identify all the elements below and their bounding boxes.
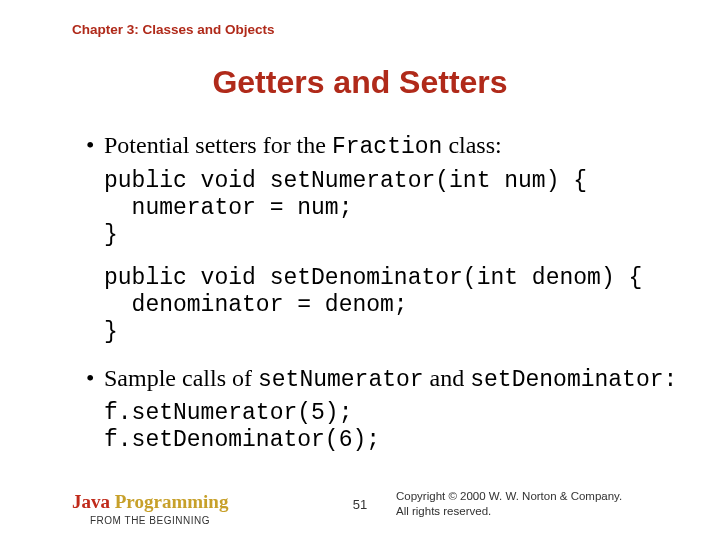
bullet-text-colon: : — [664, 367, 678, 393]
brand-java: Java — [72, 491, 110, 512]
copyright-line-1: Copyright © 2000 W. W. Norton & Company. — [396, 490, 622, 502]
inline-code-setnumerator: setNumerator — [258, 367, 424, 393]
bullet-text-pre: Potential setters for the — [104, 132, 332, 158]
slide-title: Getters and Setters — [0, 64, 720, 101]
bullet-text-mid: and — [424, 365, 471, 391]
slide-body: Potential setters for the Fraction class… — [86, 130, 680, 471]
bullet-text-pre: Sample calls of — [104, 365, 258, 391]
bullet-setters-intro: Potential setters for the Fraction class… — [86, 130, 680, 162]
brand: Java Programming — [72, 491, 228, 512]
chapter-label: Chapter 3: Classes and Objects — [72, 22, 275, 37]
inline-code-fraction: Fraction — [332, 134, 442, 160]
bullet-text-post: class: — [442, 132, 501, 158]
copyright: Copyright © 2000 W. W. Norton & Company.… — [396, 489, 656, 520]
code-set-numerator: public void setNumerator(int num) { nume… — [104, 168, 680, 249]
bullet-sample-calls: Sample calls of setNumerator and setDeno… — [86, 363, 680, 395]
inline-code-setdenominator: setDenominator — [470, 367, 663, 393]
slide: Chapter 3: Classes and Objects Getters a… — [0, 0, 720, 540]
copyright-line-2: All rights reserved. — [396, 505, 491, 517]
code-set-denominator: public void setDenominator(int denom) { … — [104, 265, 680, 346]
code-sample-calls: f.setNumerator(5); f.setDenominator(6); — [104, 400, 680, 454]
brand-programming: Programming — [110, 491, 228, 512]
